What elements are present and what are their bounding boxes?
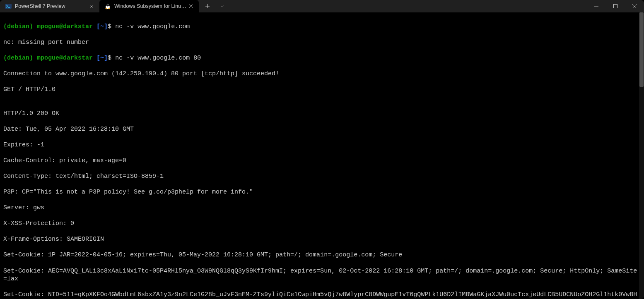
output-line: Content-Type: text/html; charset=ISO-885… (3, 172, 641, 180)
tab-label: PowerShell 7 Preview (15, 3, 88, 9)
close-icon[interactable] (88, 2, 95, 10)
tab-wsl[interactable]: Windows Subsystem for Linux P (99, 0, 199, 12)
svg-point-5 (108, 5, 109, 5)
output-line: Cache-Control: private, max-age=0 (3, 157, 641, 165)
scrollbar-thumb[interactable] (639, 12, 644, 87)
close-icon[interactable] (187, 2, 195, 10)
svg-point-6 (106, 8, 107, 9)
terminal-viewport[interactable]: (debian) mpogue@darkstar [~]$ nc -v www.… (0, 12, 644, 299)
prompt-user-host: mpogue@darkstar (37, 23, 93, 30)
svg-rect-9 (614, 5, 617, 8)
maximize-button[interactable] (606, 0, 625, 12)
titlebar-drag-region[interactable] (229, 0, 587, 12)
prompt-line: (debian) mpogue@darkstar [~]$ nc -v www.… (3, 54, 641, 62)
tux-icon (104, 3, 111, 10)
prompt-distro: (debian) (3, 23, 33, 30)
output-line: X-XSS-Protection: 0 (3, 220, 641, 227)
close-window-button[interactable] (625, 0, 644, 12)
titlebar: PowerShell 7 Preview (0, 0, 644, 12)
terminal-window: PowerShell 7 Preview (0, 0, 644, 299)
svg-rect-0 (5, 4, 12, 9)
prompt-path: [~] (96, 23, 108, 30)
output-line: Set-Cookie: NID=511=qKpXKFOo4GWbdLmL6sbx… (3, 291, 641, 299)
tab-dropdown-button[interactable] (215, 0, 229, 12)
scrollbar-vertical[interactable] (639, 12, 644, 299)
tab-powershell[interactable]: PowerShell 7 Preview (0, 0, 99, 12)
prompt-line: (debian) mpogue@darkstar [~]$ nc -v www.… (3, 23, 641, 31)
minimize-button[interactable] (587, 0, 606, 12)
output-line: nc: missing port number (3, 38, 641, 46)
svg-point-7 (109, 8, 110, 9)
powershell-icon (5, 3, 12, 10)
output-line: Server: gws (3, 204, 641, 212)
output-line: Expires: -1 (3, 141, 641, 149)
window-controls (587, 0, 644, 12)
new-tab-button[interactable] (200, 0, 215, 12)
titlebar-actions (199, 0, 229, 12)
output-line: Set-Cookie: 1P_JAR=2022-04-05-16; expire… (3, 251, 641, 259)
prompt-symbol: $ (108, 55, 111, 62)
svg-point-3 (106, 3, 109, 6)
prompt-symbol: $ (108, 23, 111, 30)
command-text: nc -v www.google.com (115, 23, 190, 30)
tab-strip: PowerShell 7 Preview (0, 0, 199, 12)
prompt-user-host: mpogue@darkstar (37, 55, 93, 62)
output-line: Date: Tue, 05 Apr 2022 16:28:10 GMT (3, 125, 641, 133)
tab-label: Windows Subsystem for Linux P (114, 3, 187, 9)
output-line: Set-Cookie: AEC=AVQQ_LALi3c8xAaL1Nx17tc-… (3, 267, 641, 283)
output-line: GET / HTTP/1.0 (3, 86, 641, 93)
prompt-path: [~] (96, 55, 108, 62)
output-line: HTTP/1.0 200 OK (3, 110, 641, 117)
output-line: X-Frame-Options: SAMEORIGIN (3, 235, 641, 243)
output-line: P3P: CP="This is not a P3P policy! See g… (3, 188, 641, 196)
prompt-distro: (debian) (3, 55, 33, 62)
command-text: nc -v www.google.com 80 (115, 55, 201, 62)
output-line: Connection to www.google.com (142.250.19… (3, 70, 641, 78)
svg-point-4 (107, 5, 107, 5)
